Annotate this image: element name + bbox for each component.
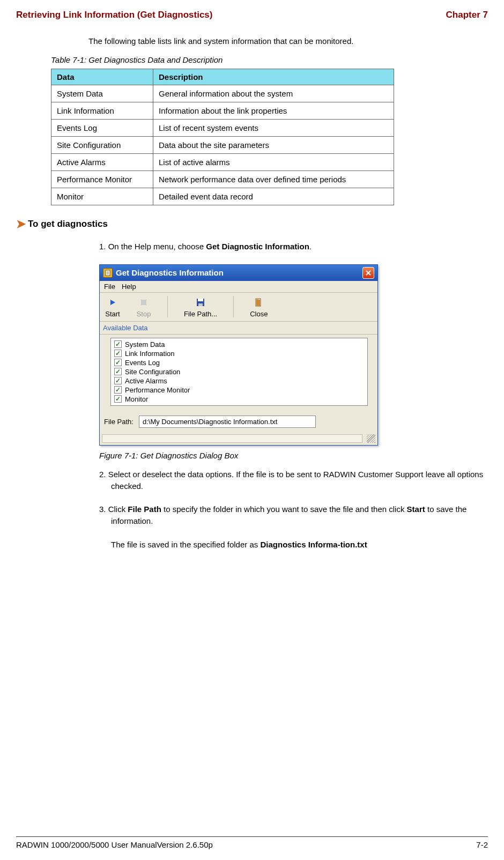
checkbox-icon[interactable]: ✓ bbox=[114, 359, 122, 366]
svg-rect-4 bbox=[198, 303, 203, 306]
diagnostics-table: Data Description System DataGeneral info… bbox=[51, 69, 394, 205]
checkbox-icon[interactable]: ✓ bbox=[114, 350, 122, 357]
table-row: Active AlarmsList of active alarms bbox=[51, 154, 394, 171]
start-button[interactable]: Start bbox=[105, 296, 120, 318]
status-bar bbox=[100, 432, 377, 445]
footer-left: RADWIN 1000/2000/5000 User ManualVersion… bbox=[16, 840, 213, 849]
list-item[interactable]: ✓System Data bbox=[113, 340, 365, 349]
toolbar-separator bbox=[233, 296, 234, 317]
file-path-row: File Path: d:\My Documents\Diagnostic In… bbox=[100, 411, 377, 432]
checkbox-icon[interactable]: ✓ bbox=[114, 368, 122, 375]
table-caption: Table 7-1: Get Diagnostics Data and Desc… bbox=[51, 55, 488, 64]
toolbar: Start Stop File Path... Close bbox=[100, 293, 377, 322]
step-3-result: The file is saved in the specified folde… bbox=[99, 539, 488, 551]
title-bar: Get Diagnostics Information bbox=[100, 265, 377, 281]
menu-help[interactable]: Help bbox=[122, 283, 136, 291]
checkbox-icon[interactable]: ✓ bbox=[114, 340, 122, 348]
page-header: Retrieving Link Information (Get Diagnos… bbox=[16, 10, 488, 20]
svg-rect-3 bbox=[198, 299, 203, 301]
panel-body: ✓System Data ✓Link Information ✓Events L… bbox=[100, 335, 377, 411]
app-icon bbox=[103, 268, 113, 278]
table-row: Events LogList of recent system events bbox=[51, 120, 394, 137]
close-button[interactable] bbox=[362, 267, 374, 279]
filepath-input[interactable]: d:\My Documents\Diagnostic Information.t… bbox=[139, 416, 316, 428]
section-title: To get diagnostics bbox=[28, 219, 108, 229]
menu-bar: File Help bbox=[100, 281, 377, 293]
step-3: 3. Click File Path to specify the folder… bbox=[99, 503, 488, 527]
dialog-screenshot: Get Diagnostics Information File Help St… bbox=[99, 264, 488, 446]
checkbox-panel: ✓System Data ✓Link Information ✓Events L… bbox=[110, 338, 368, 406]
header-left: Retrieving Link Information (Get Diagnos… bbox=[16, 10, 212, 20]
toolbar-separator bbox=[167, 296, 168, 317]
progress-bar bbox=[102, 434, 362, 443]
figure-caption: Figure 7-1: Get Diagnostics Dialog Box bbox=[99, 451, 488, 460]
filepath-label: File Path: bbox=[104, 418, 134, 426]
close-icon bbox=[366, 270, 371, 276]
stop-icon bbox=[136, 296, 151, 309]
checkbox-icon[interactable]: ✓ bbox=[114, 395, 122, 403]
svg-rect-1 bbox=[141, 300, 146, 305]
list-item[interactable]: ✓Site Configuration bbox=[113, 367, 365, 376]
checkbox-icon[interactable]: ✓ bbox=[114, 386, 122, 394]
footer-right: 7-2 bbox=[476, 840, 488, 849]
step-1: 1. On the Help menu, choose Get Diagnost… bbox=[99, 241, 488, 253]
table-row: System DataGeneral information about the… bbox=[51, 85, 394, 102]
step-2: 2. Select or deselect the data options. … bbox=[99, 469, 488, 492]
list-item[interactable]: ✓Performance Monitor bbox=[113, 385, 365, 395]
arrow-icon: ➤ bbox=[16, 217, 26, 231]
section-heading: ➤ To get diagnostics bbox=[16, 217, 488, 231]
page-footer: RADWIN 1000/2000/5000 User ManualVersion… bbox=[16, 836, 488, 849]
table-row: Link InformationInformation about the li… bbox=[51, 102, 394, 120]
resize-grip-icon[interactable] bbox=[367, 434, 375, 443]
checkbox-icon[interactable]: ✓ bbox=[114, 377, 122, 384]
title-bar-text: Get Diagnostics Information bbox=[116, 268, 362, 277]
play-icon bbox=[105, 296, 120, 309]
list-item[interactable]: ✓Link Information bbox=[113, 349, 365, 358]
menu-file[interactable]: File bbox=[104, 283, 115, 291]
dialog-window: Get Diagnostics Information File Help St… bbox=[99, 264, 378, 446]
table-header-desc: Description bbox=[153, 69, 394, 85]
stop-button: Stop bbox=[136, 296, 151, 318]
table-row: MonitorDetailed event data record bbox=[51, 188, 394, 205]
table-row: Site ConfigurationData about the site pa… bbox=[51, 137, 394, 154]
available-data-label: Available Data bbox=[100, 322, 377, 335]
header-right: Chapter 7 bbox=[446, 10, 488, 20]
table-header-data: Data bbox=[51, 69, 153, 85]
filepath-button[interactable]: File Path... bbox=[184, 296, 217, 318]
close-toolbar-button[interactable]: Close bbox=[250, 296, 268, 318]
save-icon bbox=[193, 296, 208, 309]
door-close-icon bbox=[251, 296, 266, 309]
table-row: Performance MonitorNetwork performance d… bbox=[51, 171, 394, 188]
list-item[interactable]: ✓Events Log bbox=[113, 358, 365, 367]
intro-text: The following table lists link and syste… bbox=[88, 36, 488, 46]
list-item[interactable]: ✓Active Alarms bbox=[113, 376, 365, 385]
list-item[interactable]: ✓Monitor bbox=[113, 395, 365, 404]
